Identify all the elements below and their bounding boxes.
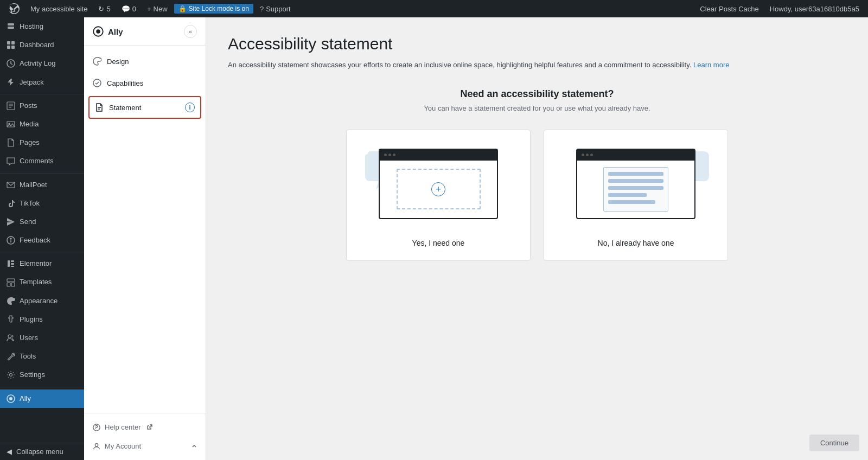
adminbar-right: Clear Posts Cache Howdy, user63a16810db5… <box>695 5 864 13</box>
admin-menu: Hosting Dashboard Activity Log Jetpack P… <box>0 17 84 460</box>
support-item[interactable]: ? Support <box>256 0 295 17</box>
my-account-label: My Account <box>105 442 141 450</box>
howdy-label: Howdy, user63a16810db5a5 <box>765 5 864 13</box>
sidebar-item-appearance[interactable]: Appearance <box>0 292 84 310</box>
sub-sidebar-header: Ally « <box>84 17 206 46</box>
sidebar-item-pages[interactable]: Pages <box>0 133 84 152</box>
users-label: Users <box>20 333 38 343</box>
sidebar-item-media[interactable]: Media <box>0 115 84 133</box>
svg-point-16 <box>10 374 12 376</box>
sidebar-item-tiktok[interactable]: TikTok <box>0 194 84 213</box>
help-center-item[interactable]: Help center <box>84 418 206 437</box>
media-icon <box>7 120 15 129</box>
tools-icon <box>7 352 15 361</box>
comments-menu-icon <box>7 157 15 165</box>
sidebar-item-hosting[interactable]: Hosting <box>0 17 84 36</box>
jetpack-icon <box>7 78 15 87</box>
card-yes-illustration: + <box>365 143 512 230</box>
learn-more-link[interactable]: Learn more <box>693 61 729 69</box>
page-description-text: An accessibility statement showcases you… <box>228 61 693 69</box>
menu-separator-1 <box>0 94 84 94</box>
tools-label: Tools <box>20 352 36 361</box>
ally-label: Ally <box>20 394 31 404</box>
sub-menu-design[interactable]: Design <box>84 50 206 72</box>
statement-icon <box>95 103 104 112</box>
sidebar-item-send[interactable]: Send <box>0 213 84 231</box>
new-item[interactable]: + New <box>143 0 172 17</box>
dashboard-icon <box>7 41 15 49</box>
sidebar-item-plugins[interactable]: Plugins <box>0 310 84 329</box>
browser-mockup-no <box>576 149 695 219</box>
site-lock-badge[interactable]: 🔒 Site Lock mode is on <box>174 4 253 14</box>
statement-info-icon[interactable]: i <box>185 103 195 112</box>
help-center-label: Help center <box>105 423 141 431</box>
sidebar-item-settings[interactable]: Settings <box>0 366 84 384</box>
site-lock-label: Site Lock mode is on <box>189 5 249 12</box>
sidebar-item-feedback[interactable]: Feedback <box>0 231 84 250</box>
ally-icon <box>7 394 15 403</box>
menu-separator-2 <box>0 173 84 174</box>
feedback-label: Feedback <box>20 235 50 245</box>
svg-rect-10 <box>11 263 14 265</box>
sidebar-item-templates[interactable]: Templates <box>0 273 84 291</box>
menu-separator-3 <box>0 252 84 252</box>
card-yes[interactable]: + Yes, I need one <box>346 130 531 261</box>
plugins-icon <box>7 315 15 324</box>
sub-sidebar-close-button[interactable]: « <box>184 25 197 38</box>
svg-rect-2 <box>7 46 10 49</box>
hosting-label: Hosting <box>20 22 43 31</box>
double-arrow-icon: « <box>189 28 192 35</box>
appearance-icon <box>7 297 15 305</box>
wp-logo-item[interactable] <box>4 0 24 17</box>
card-yes-label: Yes, I need one <box>412 239 465 247</box>
wp-logo-icon <box>9 3 20 14</box>
main-wrap: Hosting Dashboard Activity Log Jetpack P… <box>0 17 868 460</box>
sub-sidebar-footer: Help center My Account <box>84 413 206 460</box>
posts-label: Posts <box>20 101 37 111</box>
sidebar-item-elementor[interactable]: Elementor <box>0 254 84 273</box>
menu-separator-4 <box>0 387 84 387</box>
settings-label: Settings <box>20 370 45 380</box>
help-center-icon <box>93 424 100 431</box>
hosting-icon <box>7 22 15 31</box>
svg-point-21 <box>95 443 98 446</box>
templates-icon <box>7 278 15 287</box>
sidebar-item-ally[interactable]: Ally <box>0 389 84 408</box>
pages-label: Pages <box>20 138 40 148</box>
card-no[interactable]: No, I already have one <box>544 130 728 261</box>
media-label: Media <box>20 119 39 129</box>
mailpoet-icon <box>7 181 15 189</box>
templates-label: Templates <box>20 277 52 287</box>
clear-cache-button[interactable]: Clear Posts Cache <box>695 5 763 13</box>
sidebar-item-posts[interactable]: Posts <box>0 97 84 115</box>
dashboard-label: Dashboard <box>20 40 54 50</box>
comments-item[interactable]: 💬 0 <box>117 0 141 17</box>
my-account-item[interactable]: My Account <box>84 437 206 456</box>
sidebar-item-activity-log[interactable]: Activity Log <box>0 54 84 73</box>
comments-icon: 💬 <box>122 5 130 13</box>
chevron-up-icon <box>192 442 197 450</box>
question-icon: ? <box>260 5 264 13</box>
comments-label: Comments <box>20 156 54 166</box>
pages-icon <box>7 138 15 147</box>
svg-rect-13 <box>7 283 10 286</box>
sidebar-item-users[interactable]: Users <box>0 329 84 347</box>
elementor-icon <box>7 259 15 268</box>
sub-menu-statement[interactable]: Statement i <box>88 96 201 119</box>
updates-item[interactable]: ↻ 5 <box>94 0 114 17</box>
adminbar-left: My accessible site ↻ 5 💬 0 + New 🔒 Site … <box>4 0 295 17</box>
prompt-desc: You can have a statement created for you… <box>228 104 846 112</box>
sidebar-item-mailpoet[interactable]: MailPoet <box>0 176 84 194</box>
browser-mockup-yes: + <box>379 149 498 219</box>
sidebar-item-comments[interactable]: Comments <box>0 152 84 170</box>
sidebar-item-jetpack[interactable]: Jetpack <box>0 73 84 92</box>
sub-menu-capabilities[interactable]: Capabilities <box>84 72 206 94</box>
continue-button[interactable]: Continue <box>809 435 859 451</box>
sidebar-item-tools[interactable]: Tools <box>0 347 84 366</box>
ally-sub-icon <box>93 26 104 37</box>
sidebar-item-dashboard[interactable]: Dashboard <box>0 36 84 54</box>
activity-log-label: Activity Log <box>20 59 55 68</box>
site-name-item[interactable]: My accessible site <box>26 0 92 17</box>
collapse-menu-button[interactable]: ◀ Collapse menu <box>0 443 84 460</box>
card-no-label: No, I already have one <box>598 239 674 247</box>
